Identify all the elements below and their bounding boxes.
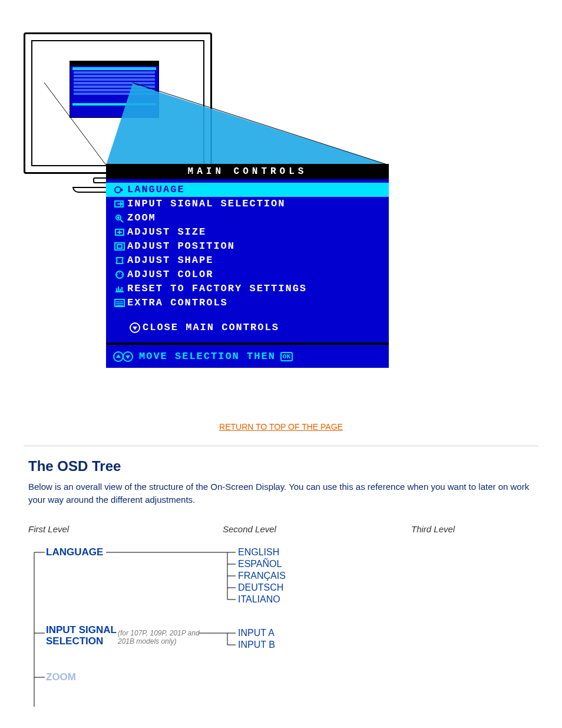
reset-icon [112, 284, 127, 294]
language-icon [112, 185, 127, 195]
osd-item-label: RESET TO FACTORY SETTINGS [127, 282, 307, 295]
tree-l2-input-b: INPUT B [238, 639, 275, 651]
color-icon [112, 270, 127, 279]
osd-item-label: LANGUAGE [127, 183, 185, 196]
tree-l2-francais: FRANÇAIS [238, 570, 286, 582]
svg-marker-20 [133, 327, 137, 330]
osd-item-size[interactable]: ADJUST SIZE [106, 225, 389, 239]
up-down-arrows-icon [113, 351, 133, 362]
osd-item-label: ADJUST SIZE [127, 226, 206, 239]
svg-line-1 [44, 83, 106, 165]
svg-point-13 [117, 274, 118, 275]
tree-l2-italiano: ITALIANO [238, 594, 280, 605]
osd-item-extra[interactable]: EXTRA CONTROLS [106, 296, 389, 310]
osd-title: MAIN CONTROLS [106, 164, 389, 179]
osd-item-input[interactable]: INPUT SIGNAL SELECTION [106, 197, 389, 211]
shape-icon [112, 256, 127, 265]
divider [24, 446, 538, 446]
svg-rect-10 [115, 243, 124, 250]
osd-illustration: MAIN CONTROLS LANGUAGE INPUT SIGNAL SELE… [0, 0, 562, 419]
osd-item-language[interactable]: LANGUAGE [106, 183, 389, 197]
osd-item-label: ADJUST SHAPE [127, 254, 213, 267]
svg-point-3 [115, 187, 121, 193]
svg-line-6 [120, 219, 123, 222]
extra-icon [112, 298, 127, 308]
tree-l1-language: LANGUAGE [46, 546, 103, 558]
osd-hint-bar: MOVE SELECTION THEN OK [106, 342, 389, 368]
osd-hint-text: MOVE SELECTION THEN [139, 351, 276, 362]
input-icon [112, 199, 127, 209]
close-down-icon [127, 322, 143, 333]
osd-item-color[interactable]: ADJUST COLOR [106, 268, 389, 282]
osd-item-shape[interactable]: ADJUST SHAPE [106, 253, 389, 268]
osd-item-label: EXTRA CONTROLS [127, 297, 228, 309]
tree-l1-zoom-partial: ZOOM [46, 671, 76, 683]
osd-item-position[interactable]: ADJUST POSITION [106, 239, 389, 253]
osd-item-label: ADJUST POSITION [127, 240, 235, 253]
osd-item-reset[interactable]: RESET TO FACTORY SETTINGS [106, 282, 389, 296]
osd-menu-list: LANGUAGE INPUT SIGNAL SELECTION ZOOM ADJ… [106, 179, 389, 342]
svg-marker-22 [116, 354, 121, 358]
ok-icon: OK [280, 352, 293, 361]
zoom-icon [112, 213, 127, 223]
svg-rect-11 [117, 245, 122, 248]
svg-marker-0 [106, 84, 389, 165]
position-icon [112, 242, 127, 251]
osd-panel: MAIN CONTROLS LANGUAGE INPUT SIGNAL SELE… [106, 164, 389, 368]
section-title-osd-tree: The OSD Tree [28, 458, 534, 475]
osd-item-label: INPUT SIGNAL SELECTION [127, 197, 285, 210]
osd-tree-diagram: First Level Second Level Third Level LAN… [28, 524, 534, 707]
tree-l2-deutsch: DEUTSCH [238, 582, 283, 594]
return-to-top-link[interactable]: RETURN TO TOP OF THE PAGE [0, 422, 562, 431]
osd-item-label: ZOOM [127, 212, 156, 225]
tree-l2-espanol: ESPAÑOL [238, 558, 282, 570]
osd-item-zoom[interactable]: ZOOM [106, 211, 389, 225]
svg-point-12 [119, 272, 120, 274]
osd-close-row[interactable]: CLOSE MAIN CONTROLS [106, 321, 389, 342]
tree-l2-english: ENGLISH [238, 546, 279, 558]
tree-l2-input-a: INPUT A [238, 627, 275, 639]
size-icon [112, 228, 127, 237]
section-body-osd-tree: Below is an overall view of the structur… [28, 480, 534, 506]
svg-marker-24 [125, 355, 130, 359]
osd-item-label: ADJUST COLOR [127, 268, 213, 281]
osd-close-label: CLOSE MAIN CONTROLS [143, 322, 279, 333]
svg-point-14 [121, 274, 123, 275]
tree-l1-input-signal: INPUT SIGNAL SELECTION [46, 624, 117, 647]
tree-note-input: (for 107P, 109P, 201P and 201B models on… [118, 629, 200, 645]
